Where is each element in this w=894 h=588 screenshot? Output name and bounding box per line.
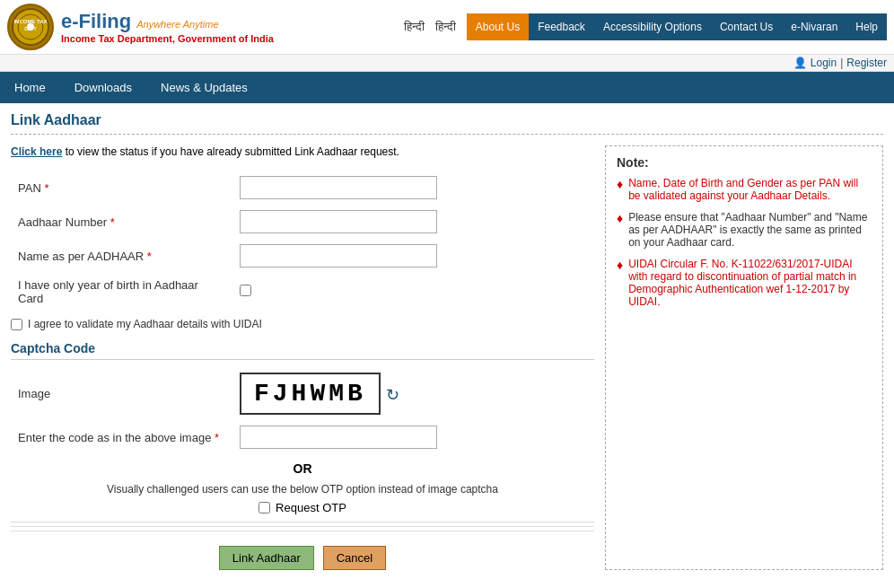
captcha-section-title: Captcha Code — [11, 341, 594, 360]
captcha-image: FJHWMB — [240, 373, 381, 415]
otp-note: Visually challenged users can use the be… — [11, 483, 594, 496]
aadhaar-row: Aadhaar Number * — [11, 205, 594, 239]
note-text-3: UIDAI Circular F. No. K-11022/631/2017-U… — [628, 258, 872, 308]
name-row: Name as per AADHAAR * — [11, 239, 594, 273]
note-bullet-1: ♦ — [617, 177, 623, 202]
pan-label: PAN * — [11, 171, 232, 205]
note-item-3: ♦ UIDAI Circular F. No. K-11022/631/2017… — [617, 258, 872, 308]
note-bullet-2: ♦ — [617, 211, 623, 249]
svg-point-4 — [27, 23, 34, 31]
login-link[interactable]: Login — [811, 57, 837, 69]
content-wrapper: Click here to view the status if you hav… — [11, 145, 883, 570]
nav-accessibility[interactable]: Accessibility Options — [594, 13, 711, 40]
logo-area: INCOME TAX DEPT e-Filing Anywhere Anytim… — [7, 4, 404, 50]
sec-nav-news[interactable]: News & Updates — [146, 72, 262, 103]
button-row: Link Aadhaar Cancel — [11, 546, 594, 570]
note-item-2: ♦ Please ensure that "Aadhaar Number" an… — [617, 211, 872, 249]
captcha-image-row: Image FJHWMB ↻ — [11, 367, 594, 420]
form-table: PAN * Aadhaar Number * Nam — [11, 171, 594, 311]
agree-checkbox[interactable] — [11, 319, 22, 330]
captcha-image-label: Image — [11, 367, 232, 420]
note-list: ♦ Name, Date of Birth and Gender as per … — [617, 177, 872, 308]
efiling-logo-text: e-Filing — [61, 10, 131, 33]
note-panel: Note: ♦ Name, Date of Birth and Gender a… — [605, 145, 883, 570]
note-item-1: ♦ Name, Date of Birth and Gender as per … — [617, 177, 872, 202]
captcha-table: Image FJHWMB ↻ Enter the code as in the … — [11, 367, 594, 454]
pan-input[interactable] — [240, 176, 437, 199]
otp-row: Request OTP — [11, 501, 594, 514]
brand-tagline: Anywhere Anytime — [136, 19, 218, 30]
name-label: Name as per AADHAAR * — [11, 239, 232, 273]
top-navigation: About Us Feedback Accessibility Options … — [467, 13, 887, 40]
agree-row: I agree to validate my Aadhaar details w… — [11, 318, 594, 330]
nav-enivaran[interactable]: e-Nivaran — [782, 13, 846, 40]
note-text-2: Please ensure that "Aadhaar Number" and … — [628, 211, 872, 249]
click-here-suffix: to view the status if you have already s… — [66, 145, 399, 158]
nav-contactus[interactable]: Contact Us — [711, 13, 782, 40]
login-bar: 👤 Login | Register — [0, 55, 894, 72]
aadhaar-required: * — [110, 215, 115, 229]
or-divider: OR — [11, 461, 594, 476]
aadhaar-input[interactable] — [240, 210, 437, 233]
note-title: Note: — [617, 155, 872, 170]
click-here-line: Click here to view the status if you hav… — [11, 145, 594, 158]
page-title: Link Aadhaar — [11, 112, 883, 135]
agree-label: I agree to validate my Aadhaar details w… — [28, 318, 262, 330]
name-required: * — [147, 250, 152, 263]
dept-name: Income Tax Department, Government of Ind… — [61, 33, 274, 44]
hindi-label: हिन्दी — [435, 20, 456, 34]
main-content: Link Aadhaar Click here to view the stat… — [0, 103, 894, 579]
note-bullet-3: ♦ — [617, 258, 623, 308]
register-link[interactable]: Register — [846, 57, 887, 69]
captcha-required: * — [215, 431, 219, 444]
nav-help[interactable]: Help — [846, 13, 887, 40]
govt-emblem: INCOME TAX DEPT — [7, 4, 54, 50]
request-otp-checkbox[interactable] — [259, 502, 270, 513]
year-only-checkbox[interactable] — [240, 285, 251, 296]
click-here-link[interactable]: Click here — [11, 145, 62, 158]
nav-feedback[interactable]: Feedback — [529, 13, 594, 40]
request-otp-label: Request OTP — [276, 501, 346, 514]
pan-required: * — [44, 181, 48, 195]
captcha-input[interactable] — [240, 426, 437, 449]
link-aadhaar-button[interactable]: Link Aadhaar — [219, 546, 314, 570]
nav-aboutus[interactable]: About Us — [467, 13, 529, 40]
secondary-nav: Home Downloads News & Updates — [0, 72, 894, 103]
captcha-input-label: Enter the code as in the above image * — [11, 420, 232, 454]
refresh-captcha-icon[interactable]: ↻ — [386, 385, 404, 403]
hindi-link[interactable]: हिन्दी — [404, 20, 425, 34]
aadhaar-label: Aadhaar Number * — [11, 205, 232, 239]
left-panel: Click here to view the status if you hav… — [11, 145, 594, 570]
sec-nav-home[interactable]: Home — [0, 72, 60, 103]
year-only-label: I have only year of birth in Aadhaar Car… — [11, 273, 232, 311]
login-separator: | — [840, 57, 843, 69]
pan-row: PAN * — [11, 171, 594, 205]
sec-nav-downloads[interactable]: Downloads — [60, 72, 146, 103]
brand-text: e-Filing Anywhere Anytime Income Tax Dep… — [61, 10, 274, 44]
year-only-row: I have only year of birth in Aadhaar Car… — [11, 273, 594, 311]
note-text-1: Name, Date of Birth and Gender as per PA… — [628, 177, 872, 202]
captcha-input-row: Enter the code as in the above image * — [11, 420, 594, 454]
name-input[interactable] — [240, 244, 437, 268]
cancel-button[interactable]: Cancel — [323, 546, 386, 570]
